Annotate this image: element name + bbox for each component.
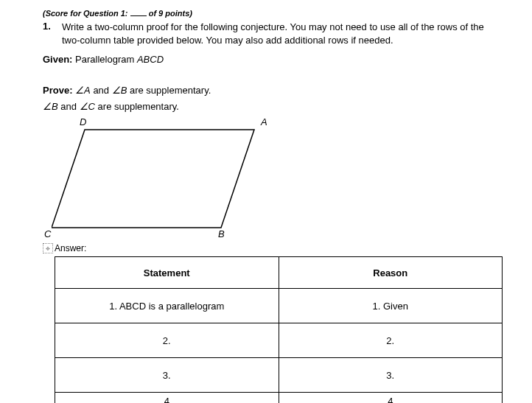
angle-C: ∠C	[80, 101, 95, 112]
given-text-pre: Parallelogram	[75, 54, 137, 65]
cell-statement: 3.	[55, 358, 279, 393]
cell-reason: 1. Given	[279, 289, 503, 323]
prove-line2: ∠B and ∠C are supplementary.	[43, 99, 501, 115]
prove-l2-mid: and	[58, 101, 80, 112]
question-number: 1.	[43, 21, 62, 46]
score-prefix: (Score for Question 1:	[43, 9, 128, 18]
table-row: 3. 3.	[55, 358, 503, 393]
vertex-A: A	[261, 116, 267, 127]
table-row: 2. 2.	[55, 323, 503, 358]
prove-line1: Prove: ∠A and ∠B are supplementary.	[43, 83, 501, 99]
cell-reason: 2.	[279, 323, 503, 358]
cell-statement: 2.	[55, 323, 279, 358]
cell-statement: 4	[55, 393, 279, 403]
prove-l1-end: are supplementary.	[127, 85, 211, 96]
cell-reason: 3.	[279, 358, 503, 393]
angle-A: ∠A	[75, 85, 91, 96]
given-label: Given:	[43, 54, 72, 65]
cell-statement: 1. ABCD is a parallelogram	[55, 289, 279, 323]
angle-B: ∠B	[112, 85, 127, 96]
cell-reason: 4	[279, 393, 503, 403]
question-text: Write a two-column proof for the followi…	[62, 21, 501, 46]
worksheet-page: (Score for Question 1: of 9 points) 1. W…	[0, 0, 532, 403]
answer-row: ✥ Answer:	[43, 243, 501, 253]
svg-marker-0	[52, 130, 254, 228]
table-row: 1. ABCD is a parallelogram 1. Given	[55, 289, 503, 323]
prove-block: Prove: ∠A and ∠B are supplementary. ∠B a…	[43, 83, 501, 115]
answer-label: Answer:	[55, 243, 86, 253]
score-line: (Score for Question 1: of 9 points)	[43, 9, 501, 18]
given-text-italic: ABCD	[137, 54, 164, 65]
given-row: Given: Parallelogram ABCD	[43, 54, 501, 65]
angle-B2: ∠B	[43, 101, 58, 112]
table-row: 4 4	[55, 393, 503, 403]
header-statement: Statement	[55, 257, 279, 289]
move-handle-icon: ✥	[43, 243, 53, 253]
score-blank	[130, 15, 147, 16]
parallelogram-shape	[52, 128, 262, 231]
question-row: 1. Write a two-column proof for the foll…	[43, 21, 501, 46]
proof-table: Statement Reason 1. ABCD is a parallelog…	[55, 256, 503, 403]
prove-label: Prove:	[43, 85, 72, 96]
vertex-D: D	[80, 116, 86, 127]
table-header-row: Statement Reason	[55, 257, 503, 289]
vertex-C: C	[44, 228, 51, 239]
parallelogram-figure: D A C B	[43, 116, 279, 242]
score-suffix: of 9 points)	[149, 9, 192, 18]
header-reason: Reason	[279, 257, 503, 289]
prove-l2-end: are supplementary.	[95, 101, 179, 112]
prove-l1-mid: and	[91, 85, 112, 96]
